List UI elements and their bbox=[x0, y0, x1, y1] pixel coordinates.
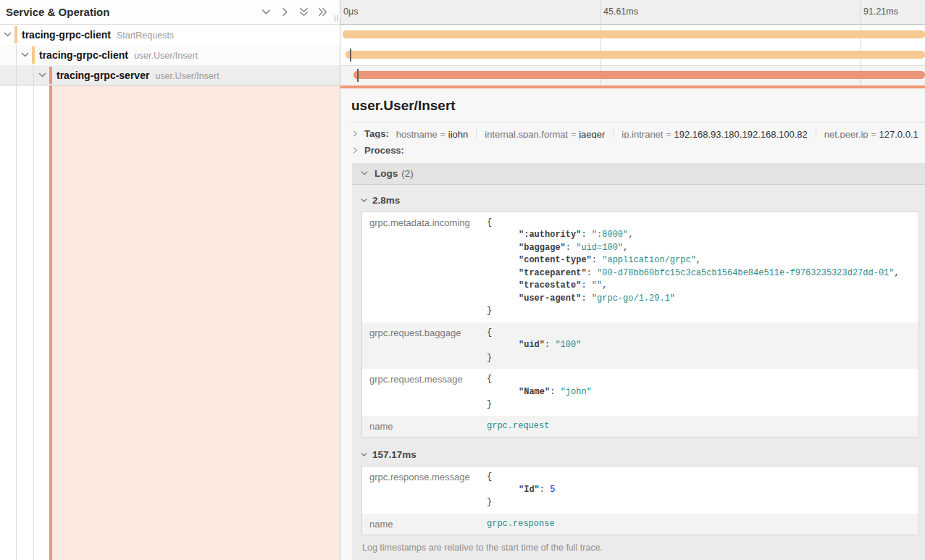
chevron-down-icon[interactable] bbox=[38, 70, 47, 80]
log-fields-table: grpc.response.message{"Id": 5}namegrpc.r… bbox=[361, 466, 919, 535]
json-open-brace: { bbox=[487, 373, 592, 386]
title-divider bbox=[351, 122, 925, 122]
json-string-value: "00-d78bb60bfc15c3ca5cb1564be84e511e-f97… bbox=[597, 268, 894, 278]
span-start-tick bbox=[357, 69, 359, 82]
json-close-brace: } bbox=[487, 352, 581, 365]
logs-label: Logs bbox=[374, 168, 398, 179]
service-name: tracing-grpc-client bbox=[39, 49, 128, 61]
chevron-down-icon bbox=[360, 196, 368, 204]
process-accordion[interactable]: Process: bbox=[351, 146, 925, 154]
span-tree-row[interactable]: tracing-grpc-serveruser.User/Insert bbox=[0, 65, 340, 85]
log-timestamp-accordion[interactable]: 157.17ms bbox=[360, 449, 919, 460]
json-open-brace: { bbox=[487, 471, 555, 484]
chevron-down-icon[interactable] bbox=[20, 50, 30, 59]
log-field-key: name bbox=[369, 420, 487, 433]
json-string-value: ":8000" bbox=[592, 230, 628, 240]
tag-equals: = bbox=[568, 130, 579, 138]
json-entry: "content-type": "application/grpc", bbox=[487, 254, 900, 267]
log-field-row: namegrpc.request bbox=[362, 416, 918, 438]
timeline-tick-label: 45.61ms bbox=[603, 7, 638, 17]
timeline-tick-label: 91.21ms bbox=[863, 7, 898, 17]
span-row-label: tracing-grpc-clientStartRequests bbox=[22, 25, 174, 46]
timeline-ruler[interactable]: 0μs45.61ms91.21ms bbox=[340, 0, 925, 25]
span-start-tick bbox=[350, 49, 351, 62]
log-timestamp: 157.17ms bbox=[372, 449, 417, 460]
json-close-brace: } bbox=[487, 398, 592, 411]
timeline-tick-label: 0μs bbox=[343, 7, 358, 17]
json-close-brace: } bbox=[487, 305, 900, 318]
operation-name: StartRequests bbox=[117, 30, 174, 41]
tag-value: ijohn bbox=[448, 129, 468, 138]
span-duration-bar[interactable] bbox=[343, 30, 925, 38]
json-entry: "tracestate": "", bbox=[487, 280, 900, 293]
timeline-panel: 0μs45.61ms91.21ms user.User/Insert Tags:… bbox=[340, 0, 925, 560]
log-field-value: grpc.response bbox=[487, 518, 555, 531]
span-duration-bar[interactable] bbox=[353, 71, 925, 79]
log-field-row: grpc.response.message{"Id": 5} bbox=[362, 467, 918, 514]
logs-accordion[interactable]: Logs (2) bbox=[352, 163, 925, 185]
json-key: "tracestate" bbox=[519, 280, 581, 291]
log-timestamp-accordion[interactable]: 2.8ms bbox=[360, 195, 919, 206]
span-tree-row[interactable]: tracing-grpc-clientuser.User/Insert bbox=[0, 45, 340, 65]
tag-item: ip.intranet=192.168.93.180,192.168.100.8… bbox=[621, 129, 807, 138]
tag-separator bbox=[816, 129, 816, 138]
tag-key: internal.span.format bbox=[485, 129, 568, 138]
json-open-brace: { bbox=[487, 327, 581, 340]
collapse-one-icon[interactable] bbox=[261, 7, 272, 17]
log-field-key: name bbox=[369, 518, 487, 531]
span-duration-bar[interactable] bbox=[346, 51, 925, 59]
tag-list: hostname=ijohninternal.span.format=jaege… bbox=[396, 129, 918, 138]
chevron-right-icon bbox=[351, 130, 359, 138]
operation-name: user.User/Insert bbox=[155, 71, 219, 81]
chevron-right-icon bbox=[351, 146, 359, 154]
tag-separator bbox=[613, 129, 614, 138]
log-field-value: {"Id": 5} bbox=[487, 471, 555, 509]
json-open-brace: { bbox=[487, 217, 900, 230]
span-detail-panel: user.User/Insert Tags: hostname=ijohnint… bbox=[340, 88, 925, 560]
expand-all-icon[interactable] bbox=[317, 7, 328, 17]
json-key: "Name" bbox=[519, 387, 550, 397]
json-key: "user-agent" bbox=[519, 293, 581, 304]
json-entry: ":authority": ":8000", bbox=[487, 229, 900, 242]
logs-footer-note: Log timestamps are relative to the start… bbox=[362, 543, 919, 560]
tag-value: jaeger bbox=[579, 129, 605, 138]
tag-separator bbox=[476, 129, 477, 138]
span-color-bar bbox=[14, 26, 17, 43]
chevron-down-icon[interactable] bbox=[3, 30, 12, 39]
field-string-value: grpc.response bbox=[487, 519, 555, 529]
tree-toolbar bbox=[261, 0, 328, 24]
span-bar-row[interactable] bbox=[340, 45, 925, 65]
json-entry: "Id": 5 bbox=[487, 484, 555, 497]
tag-key: net.peer.ip bbox=[824, 129, 869, 138]
span-tree-header: Service & Operation bbox=[0, 0, 340, 25]
log-field-row: grpc.metadata.incoming{":authority": ":8… bbox=[362, 212, 918, 322]
process-label: Process: bbox=[364, 146, 404, 154]
service-operation-title: Service & Operation bbox=[6, 0, 109, 24]
tag-value: 192.168.93.180,192.168.100.82 bbox=[674, 129, 807, 138]
json-entry: "uid": "100" bbox=[487, 339, 581, 352]
span-bar-row[interactable] bbox=[340, 65, 925, 85]
collapse-all-icon[interactable] bbox=[298, 7, 309, 17]
service-name: tracing-grpc-client bbox=[22, 29, 111, 41]
span-color-bar bbox=[32, 46, 35, 64]
log-fields-table: grpc.metadata.incoming{":authority": ":8… bbox=[361, 212, 919, 438]
tag-item: net.peer.ip=127.0.0.1 bbox=[824, 129, 918, 138]
json-key: "content-type" bbox=[519, 255, 592, 265]
json-key: "baggage" bbox=[519, 243, 566, 253]
operation-name: user.User/Insert bbox=[134, 51, 198, 61]
span-bar-row[interactable] bbox=[340, 25, 925, 45]
span-row-label: tracing-grpc-clientuser.User/Insert bbox=[39, 45, 198, 66]
tags-accordion[interactable]: Tags: hostname=ijohninternal.span.format… bbox=[351, 129, 925, 138]
tag-value: 127.0.0.1 bbox=[879, 129, 918, 138]
json-entry: "baggage": "uid=100", bbox=[487, 242, 900, 255]
logs-section: Logs (2) 2.8msgrpc.metadata.incoming{":a… bbox=[352, 163, 925, 560]
json-string-value: "" bbox=[592, 280, 602, 291]
expand-one-icon[interactable] bbox=[280, 7, 290, 17]
tags-label: Tags: bbox=[364, 129, 389, 138]
field-string-value: grpc.request bbox=[487, 421, 549, 431]
selected-span-expanse bbox=[49, 85, 340, 560]
log-field-key: grpc.response.message bbox=[369, 471, 487, 509]
panel-resize-grip[interactable] bbox=[335, 15, 338, 22]
tag-item: hostname=ijohn bbox=[396, 129, 469, 138]
span-tree-row[interactable]: tracing-grpc-clientStartRequests bbox=[0, 25, 340, 45]
